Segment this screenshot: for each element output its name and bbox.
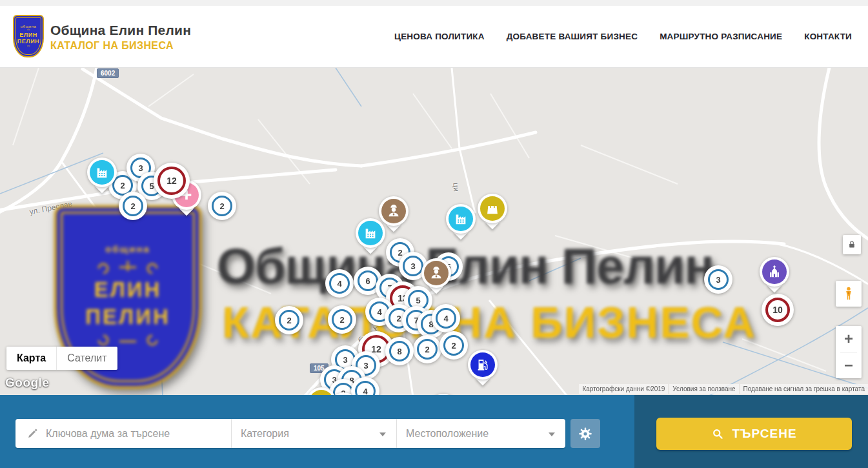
cluster-marker[interactable]: 2 [275, 306, 303, 334]
map-markers: 235122223546713522427842212833383425310 [0, 68, 868, 395]
cluster-marker[interactable]: 2 [413, 335, 441, 363]
category-select[interactable]: Категория [231, 419, 396, 448]
bag-pin-marker[interactable] [307, 387, 336, 395]
factory-pin-marker[interactable] [87, 158, 117, 187]
google-map[interactable]: община ЕЛИН ПЕЛИН Община Елин Пелин КАТА… [0, 68, 868, 395]
location-select[interactable]: Местоположение [396, 419, 565, 448]
factory-icon [449, 207, 473, 231]
factory-pin-marker[interactable] [446, 204, 476, 234]
cluster-count: 10 [765, 298, 790, 322]
location-select-label: Местоположение [406, 428, 489, 440]
pencil-icon [27, 428, 38, 439]
map-attribution: Картографски данни ©2019 Условия за полз… [579, 384, 868, 394]
cluster-count: 2 [443, 335, 464, 356]
cluster-count: 2 [123, 196, 143, 216]
worker-icon [381, 199, 406, 223]
cluster-count: 3 [708, 269, 729, 290]
emblem-ornament: ∾ [14, 45, 43, 48]
search-icon [711, 427, 724, 440]
emblem-name-1: ЕЛИН [14, 32, 43, 38]
nav-item-contacts[interactable]: КОНТАКТИ [804, 32, 852, 41]
zoom-in-button[interactable]: + [836, 326, 862, 352]
cluster-marker[interactable]: 8 [385, 337, 414, 365]
cluster-count: 3 [403, 256, 423, 276]
fullscreen-lock-button[interactable] [843, 235, 861, 254]
cluster-marker[interactable]: 3 [704, 265, 732, 294]
nav-item-pricing[interactable]: ЦЕНОВА ПОЛИТИКА [394, 32, 485, 41]
pegman-icon [841, 286, 856, 301]
cluster-marker[interactable]: 2 [208, 192, 236, 220]
elin-pelin-emblem: община ∾ ЕЛИН ПЕЛИН ∾ [13, 15, 44, 57]
top-strip [0, 0, 868, 6]
cluster-marker[interactable]: 4 [432, 304, 460, 332]
map-type-map-button[interactable]: Карта [6, 347, 57, 370]
nav-item-route-schedule[interactable]: МАРШРУТНО РАЗПИСАНИЕ [660, 32, 782, 41]
chevron-down-icon [549, 432, 555, 436]
cluster-count: 2 [332, 309, 352, 330]
map-type-toggle: Карта Сателит [6, 347, 117, 370]
site-logo[interactable]: община ∾ ЕЛИН ПЕЛИН ∾ [13, 15, 44, 57]
worker-pin-marker[interactable] [379, 196, 409, 226]
church-pin-marker[interactable] [760, 257, 789, 287]
worker-pin-marker[interactable] [421, 258, 451, 288]
cluster-count: 4 [355, 381, 376, 395]
site-header: община ∾ ЕЛИН ПЕЛИН ∾ Община Елин Пелин … [0, 6, 868, 68]
cluster-marker[interactable]: 4 [325, 269, 354, 298]
lock-icon [847, 240, 856, 249]
cluster-count: 4 [436, 308, 456, 329]
cluster-marker[interactable]: 5 [429, 394, 458, 395]
keyword-search-input[interactable] [46, 428, 231, 440]
advanced-search-gear-button[interactable] [570, 419, 600, 448]
cluster-marker[interactable]: 2 [119, 192, 147, 220]
attribution-copyright: Картографски данни ©2019 [579, 384, 668, 394]
cluster-marker[interactable]: 2 [439, 331, 468, 360]
cluster-count: 2 [279, 310, 299, 331]
bag-icon [480, 196, 505, 221]
fuel-icon [470, 352, 495, 377]
zoom-out-button[interactable]: − [836, 352, 862, 378]
search-button-label: ТЪРСЕНЕ [732, 427, 796, 441]
category-select-label: Категория [241, 428, 289, 440]
cluster-count: 4 [329, 273, 350, 294]
bag-pin-marker[interactable] [478, 194, 507, 223]
cluster-marker[interactable]: 10 [762, 294, 794, 326]
cluster-count: 8 [389, 341, 410, 361]
chevron-down-icon [379, 432, 386, 436]
search-box: Категория Местоположение [15, 419, 565, 448]
site-title: Община Елин Пелин [50, 23, 191, 38]
factory-icon [90, 160, 114, 185]
report-error-link[interactable]: Подаване на сигнал за грешка в картата [740, 384, 868, 394]
cluster-marker[interactable]: 2 [328, 305, 356, 334]
street-view-pegman-button[interactable] [836, 281, 862, 307]
main-nav: ЦЕНОВА ПОЛИТИКА ДОБАВЕТЕ ВАШИЯТ БИЗНЕС М… [394, 6, 852, 67]
cluster-count: 12 [157, 167, 186, 195]
search-bar: Категория Местоположение [0, 395, 868, 468]
search-submit-button[interactable]: ТЪРСЕНЕ [656, 418, 852, 450]
zoom-control: + − [836, 326, 862, 378]
cluster-marker[interactable]: 12 [154, 163, 190, 199]
cluster-count: 2 [417, 339, 438, 360]
site-subtitle: КАТАЛОГ НА БИЗНЕСА [50, 40, 191, 52]
gear-icon [578, 427, 592, 441]
google-logo[interactable]: Google [5, 376, 49, 390]
brand-block: Община Елин Пелин КАТАЛОГ НА БИЗНЕСА [50, 23, 191, 52]
cluster-count: 2 [212, 196, 232, 216]
church-icon [762, 259, 787, 284]
fuel-pin-marker[interactable] [468, 350, 498, 380]
terms-link[interactable]: Условия за ползване [669, 384, 738, 394]
nav-item-add-business[interactable]: ДОБАВЕТЕ ВАШИЯТ БИЗНЕС [507, 32, 638, 41]
worker-icon [424, 261, 449, 285]
map-type-satellite-button[interactable]: Сателит [57, 347, 117, 370]
